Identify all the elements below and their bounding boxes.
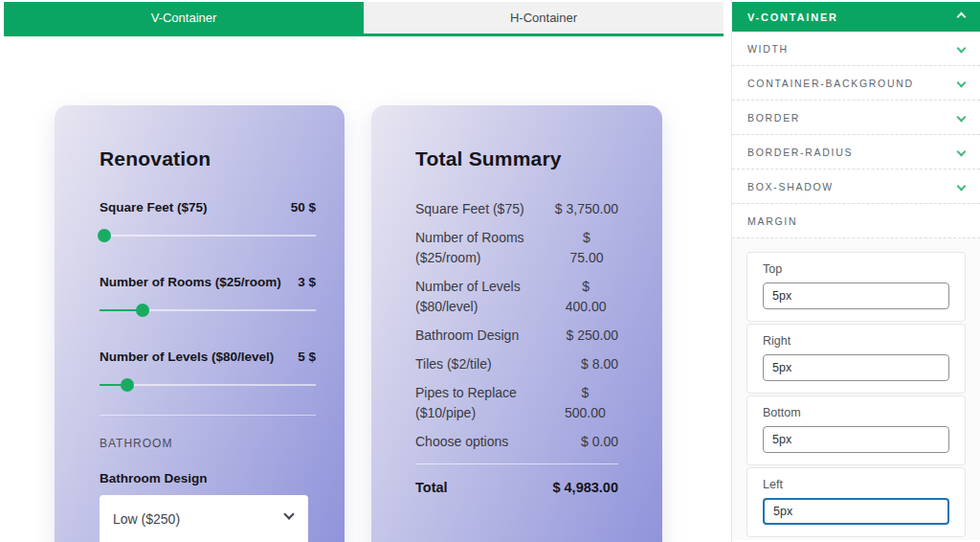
sidebar-item-box-shadow[interactable]: BOX-SHADOW [732, 169, 980, 204]
slider-label: Square Feet ($75) [100, 199, 208, 215]
margin-right-label: Right [763, 334, 949, 348]
summary-row: Choose options $ 0.00 [415, 432, 618, 452]
margin-left-label: Left [763, 478, 949, 491]
summary-row: Square Feet ($75) $ 3,750.00 [415, 199, 618, 219]
total-row: Total $ 4,983.00 [415, 480, 618, 495]
bathroom-design-select[interactable]: Low ($250) [100, 495, 308, 542]
square-feet-slider[interactable] [100, 229, 316, 242]
chevron-down-icon [957, 147, 967, 157]
margin-bottom-label: Bottom [763, 406, 949, 419]
card-title: Total Summary [415, 147, 618, 170]
margin-settings-panel: Top Right Bottom Left [732, 238, 980, 540]
total-label: Total [415, 480, 448, 495]
margin-left-input[interactable] [763, 498, 949, 525]
chevron-down-icon [283, 508, 294, 519]
sidebar-item-width[interactable]: WIDTH [732, 32, 980, 66]
chevron-up-icon [957, 12, 967, 22]
sidebar-item-margin[interactable]: MARGIN [732, 204, 980, 238]
slider-value: 3 $ [298, 274, 316, 290]
sidebar-item-container-background[interactable]: CONTAINER-BACKGROUND [732, 66, 980, 101]
bathroom-section-heading: BATHROOM [100, 437, 316, 450]
container-tabs: V-Container H-Container [4, 2, 724, 36]
summary-row: Tiles ($2/tile) $ 8.00 [415, 354, 618, 374]
slider-value: 5 $ [298, 349, 316, 365]
summary-row: Number of Levels ($80/level) $ 400.00 [415, 277, 618, 317]
margin-bottom-group: Bottom [746, 395, 966, 465]
margin-left-group: Left [746, 467, 966, 537]
slider-thumb[interactable] [98, 229, 111, 242]
chevron-down-icon [957, 182, 967, 192]
margin-right-input[interactable] [763, 354, 949, 381]
summary-row: Bathroom Design $ 250.00 [415, 326, 618, 346]
chevron-down-icon [957, 44, 967, 54]
sidebar-item-border-radius[interactable]: BORDER-RADIUS [732, 135, 980, 169]
margin-right-group: Right [746, 324, 966, 394]
margin-bottom-input[interactable] [763, 426, 949, 453]
slider-thumb[interactable] [121, 378, 134, 392]
number-of-levels-slider[interactable] [100, 378, 316, 392]
slider-group-square-feet: Square Feet ($75) 50 $ [100, 199, 316, 242]
slider-value: 50 $ [291, 199, 316, 215]
card-title: Renovation [100, 147, 316, 170]
margin-top-input[interactable] [763, 282, 949, 309]
number-of-rooms-slider[interactable] [100, 304, 316, 317]
slider-track[interactable] [100, 235, 316, 237]
tab-v-container[interactable]: V-Container [4, 2, 364, 34]
chevron-down-icon [957, 79, 967, 88]
divider [415, 463, 618, 464]
bathroom-design-label: Bathroom Design [100, 471, 316, 486]
slider-group-levels: Number of Levels ($80/level) 5 $ [100, 349, 316, 392]
app-window: V-Container H-Container Renovation Squar… [0, 0, 980, 542]
total-value: $ 4,983.00 [552, 480, 618, 495]
settings-sidebar: V-CONTAINER WIDTH CONTAINER-BACKGROUND B… [731, 0, 980, 542]
divider [100, 415, 316, 416]
sidebar-header-v-container[interactable]: V-CONTAINER [732, 2, 980, 32]
tab-h-container[interactable]: H-Container [364, 2, 724, 34]
slider-label: Number of Rooms ($25/room) [100, 274, 281, 290]
slider-label: Number of Levels ($80/level) [100, 349, 274, 365]
margin-top-label: Top [763, 262, 949, 276]
sidebar-item-border[interactable]: BORDER [732, 101, 980, 135]
renovation-form-card: Renovation Square Feet ($75) 50 $ Number… [55, 105, 345, 542]
selected-option: Low ($250) [113, 511, 180, 527]
total-summary-card: Total Summary Square Feet ($75) $ 3,750.… [371, 105, 662, 542]
slider-group-rooms: Number of Rooms ($25/room) 3 $ [100, 274, 316, 317]
summary-row: Pipes to Replace ($10/pipe) $ 500.00 [415, 383, 618, 423]
slider-thumb[interactable] [136, 304, 149, 317]
chevron-down-icon [957, 113, 967, 123]
margin-top-group: Top [746, 252, 966, 322]
summary-row: Number of Rooms ($25/room) $ 75.00 [415, 228, 618, 268]
